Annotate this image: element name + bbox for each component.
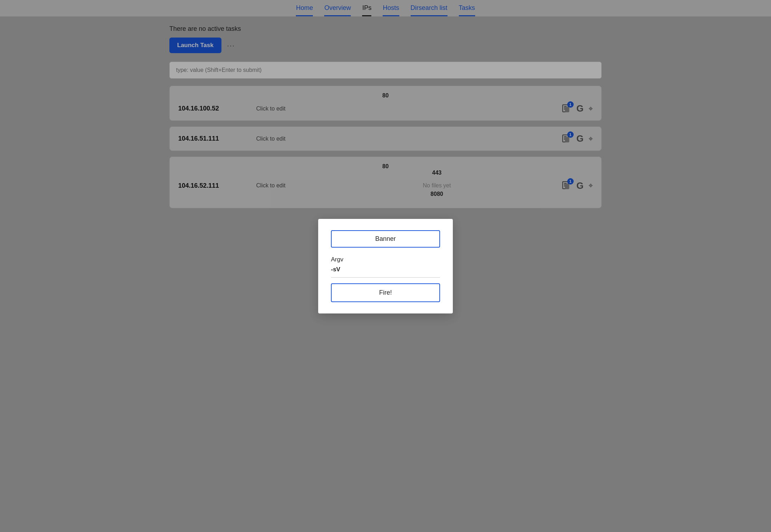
argv-label: Argv — [331, 256, 440, 263]
argv-value: -sV — [331, 266, 440, 278]
fire-button[interactable]: Fire! — [331, 283, 440, 302]
modal-overlay[interactable]: Banner Argv -sV Fire! — [0, 0, 771, 532]
modal-dialog: Banner Argv -sV Fire! — [318, 219, 453, 313]
banner-button[interactable]: Banner — [331, 230, 440, 248]
